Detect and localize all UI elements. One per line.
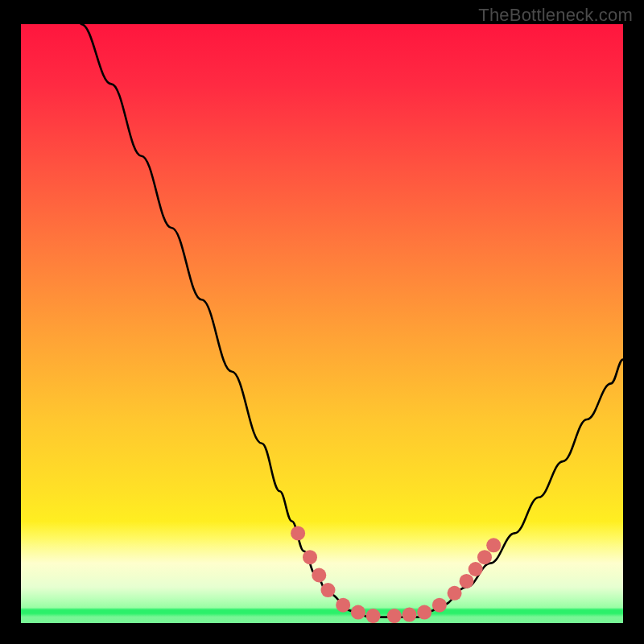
optimal-dot: [387, 609, 402, 623]
chart-frame: TheBottleneck.com: [0, 0, 644, 644]
chart-svg: [21, 24, 623, 623]
plot-area: [21, 24, 623, 623]
optimal-dot: [291, 526, 305, 540]
optimal-dot: [366, 609, 381, 623]
optimal-dots-group: [291, 526, 501, 623]
optimal-dot: [469, 562, 483, 576]
optimal-dot: [312, 568, 326, 583]
bottleneck-curve-path: [81, 24, 623, 617]
optimal-dot: [336, 598, 350, 613]
watermark-text: TheBottleneck.com: [478, 5, 633, 26]
optimal-dot: [448, 586, 462, 601]
optimal-dot: [303, 550, 317, 564]
optimal-dot: [321, 583, 336, 597]
optimal-dot: [486, 538, 501, 552]
optimal-dot: [351, 605, 365, 620]
optimal-dot: [477, 550, 492, 564]
optimal-dot: [402, 608, 417, 622]
optimal-dot: [417, 605, 431, 620]
bottleneck-curve: [81, 24, 623, 617]
optimal-dot: [432, 598, 447, 613]
optimal-dot: [460, 574, 474, 588]
